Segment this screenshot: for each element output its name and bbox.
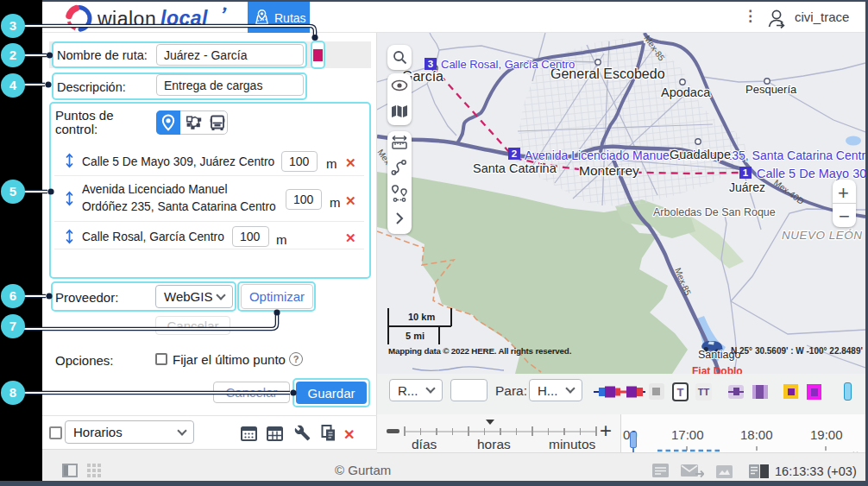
svg-text:Apodaca: Apodaca (661, 85, 711, 99)
svg-text:Fiat Doblo: Fiat Doblo (692, 365, 743, 374)
svg-text:N 25° 30.5609' : W -100° 22.84: N 25° 30.5609' : W -100° 22.8489' (731, 346, 863, 356)
svg-text:10 km: 10 km (408, 312, 435, 322)
svg-text:3: 3 (428, 59, 433, 69)
svg-text:Santa Catarina: Santa Catarina (473, 161, 557, 175)
svg-text:2: 2 (512, 148, 517, 159)
svg-text:1: 1 (743, 167, 749, 178)
svg-text:Monterrey: Monterrey (579, 163, 639, 178)
svg-text:Mapping data © 2022 HERE. All: Mapping data © 2022 HERE. All rights res… (388, 346, 572, 356)
svg-text:Arboledas De San Roque: Arboledas De San Roque (653, 206, 776, 218)
svg-text:Guadalupe: Guadalupe (670, 148, 731, 161)
svg-text:Pesquería: Pesquería (745, 83, 797, 96)
svg-text:Calle 5 De Mayo 309,: Calle 5 De Mayo 309, (757, 167, 865, 180)
svg-text:NUEVO LEÓN: NUEVO LEÓN (782, 229, 863, 242)
svg-text:5 mi: 5 mi (406, 331, 425, 341)
svg-text:Calle Rosal, García Centro: Calle Rosal, García Centro (441, 58, 575, 71)
svg-text:Juárez: Juárez (729, 180, 765, 194)
